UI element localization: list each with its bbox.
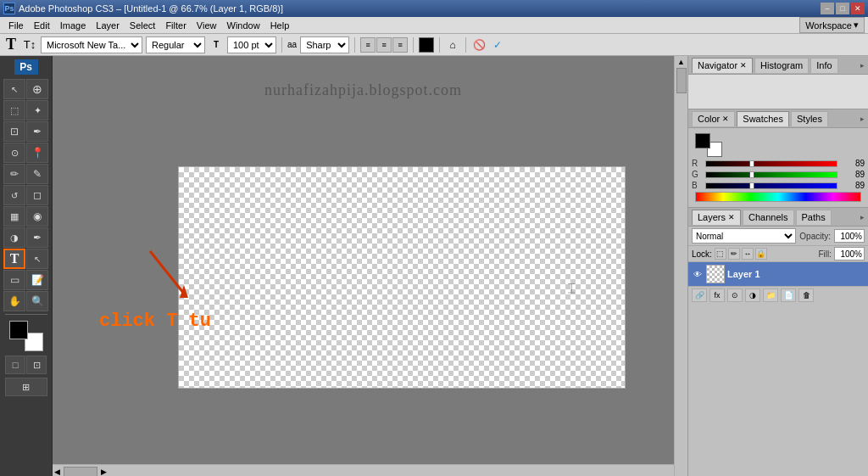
menu-window[interactable]: Window [222, 20, 265, 31]
tab-histogram[interactable]: Histogram [754, 58, 809, 73]
eyedropper-tool[interactable]: ✒ [26, 121, 48, 142]
tool-row-5: ✏ ✎ [3, 164, 48, 184]
tab-navigator[interactable]: Navigator ✕ [692, 58, 753, 73]
font-size-select[interactable]: 100 pt [227, 36, 276, 53]
horizontal-scrollbar[interactable]: ◀ ▶ [53, 464, 674, 476]
menu-help[interactable]: Help [265, 20, 295, 31]
scroll-up-btn[interactable]: ▲ [677, 58, 685, 66]
foreground-color[interactable] [9, 321, 28, 339]
color-spectrum-bar[interactable] [695, 192, 861, 202]
link-layers-btn[interactable]: 🔗 [692, 288, 707, 302]
antialiasing-select[interactable]: Sharp [300, 36, 349, 53]
rectangle-tool[interactable]: ▭ [3, 270, 25, 290]
type-tool[interactable]: T [3, 249, 25, 269]
brush-tool[interactable]: ✏ [3, 164, 25, 184]
swatch-foreground[interactable] [695, 133, 710, 148]
workspace-button[interactable]: Workspace ▾ [799, 17, 865, 33]
pen-tool[interactable]: ✒ [26, 227, 48, 248]
align-right-button[interactable]: ≡ [392, 37, 408, 53]
left-toolbar: Ps ↖ ⊕ ⬚ ✦ ⊡ ✒ ⊙ 📍 ✏ ✎ ↺ ◻ ▦ ◉ ◑ [0, 56, 53, 476]
menu-filter[interactable]: Filter [160, 20, 191, 31]
gradient-tool[interactable]: ▦ [3, 206, 25, 227]
menu-file[interactable]: File [3, 20, 29, 31]
path-select-tool[interactable]: ↖ [26, 249, 48, 269]
menu-edit[interactable]: Edit [29, 20, 55, 31]
adj-layer-btn[interactable]: ◑ [745, 288, 760, 302]
lock-all[interactable]: 🔒 [755, 248, 767, 260]
font-family-select[interactable]: Microsoft New Ta... [41, 36, 142, 53]
zoom-tool[interactable]: 🔍 [26, 291, 48, 311]
blur-tool[interactable]: ◉ [26, 206, 48, 227]
nav-panel-menu[interactable]: ▸ [860, 61, 865, 70]
history-brush[interactable]: ↺ [3, 185, 25, 205]
delete-layer-btn[interactable]: 🗑 [798, 288, 814, 302]
menu-view[interactable]: View [192, 20, 222, 31]
font-style-select[interactable]: Regular [146, 36, 205, 53]
dodge-tool[interactable]: ◑ [3, 227, 25, 248]
marquee-tool[interactable]: ⬚ [3, 100, 25, 120]
layer-mode-select[interactable]: Normal [692, 228, 796, 244]
opacity-input[interactable] [834, 229, 865, 243]
screen-mode[interactable]: ⊞ [5, 378, 47, 396]
v-scroll-handle[interactable] [676, 68, 687, 93]
spot-heal-tool[interactable]: ⊙ [3, 143, 25, 163]
menu-layer[interactable]: Layer [91, 20, 125, 31]
lock-move[interactable]: ↔ [742, 248, 754, 260]
new-layer-btn[interactable]: 📄 [781, 288, 796, 302]
close-layers[interactable]: ✕ [728, 213, 735, 221]
close-navigator[interactable]: ✕ [740, 61, 747, 70]
tab-layers[interactable]: Layers ✕ [692, 210, 741, 225]
h-scroll-handle[interactable] [64, 467, 97, 477]
tool-row-1: ↖ ⊕ [3, 79, 48, 99]
tab-color[interactable]: Color ✕ [692, 111, 735, 126]
layers-panel-menu[interactable]: ▸ [860, 213, 865, 221]
tab-styles[interactable]: Styles [791, 111, 828, 126]
r-slider-track[interactable] [705, 160, 837, 167]
type-color-box[interactable] [419, 37, 434, 53]
maximize-button[interactable]: □ [836, 3, 849, 14]
g-slider-track[interactable] [705, 171, 837, 178]
standard-mode[interactable]: □ [5, 356, 25, 374]
tab-paths[interactable]: Paths [796, 210, 832, 225]
menu-image[interactable]: Image [55, 20, 92, 31]
layer-visibility[interactable]: 👁 [692, 268, 704, 280]
scroll-left-btn[interactable]: ◀ [54, 468, 60, 476]
lock-paint[interactable]: ✏ [728, 248, 740, 260]
stamp-tool[interactable]: 📍 [26, 143, 48, 163]
tab-info[interactable]: Info [810, 58, 837, 73]
g-slider-thumb[interactable] [749, 171, 754, 178]
move-tool[interactable]: ↖ [3, 79, 25, 99]
hand-tool[interactable]: ✋ [3, 291, 25, 311]
fx-btn[interactable]: fx [709, 288, 725, 302]
scroll-right-btn[interactable]: ▶ [101, 468, 107, 476]
add-mask-btn[interactable]: ⊙ [727, 288, 743, 302]
layer-item[interactable]: 👁 Layer 1 [688, 262, 868, 286]
menu-select[interactable]: Select [125, 20, 161, 31]
notes-tool[interactable]: 📝 [26, 270, 48, 290]
align-center-button[interactable]: ≡ [376, 37, 392, 53]
b-slider-track[interactable] [705, 182, 837, 189]
color-panel-menu[interactable]: ▸ [860, 115, 865, 123]
canvas-area[interactable]: nurhafizahpija.blogspot.com click T tu ⌶ [53, 56, 674, 464]
confirm-icon[interactable]: ✓ [490, 37, 505, 53]
align-left-button[interactable]: ≡ [360, 37, 376, 53]
cancel-icon[interactable]: 🚫 [471, 37, 487, 53]
crop-tool[interactable]: ⊡ [3, 121, 25, 142]
canvas-document[interactable] [178, 166, 626, 389]
warp-text-icon[interactable]: ⌂ [445, 37, 460, 53]
minimize-button[interactable]: – [821, 3, 834, 14]
b-slider-thumb[interactable] [749, 182, 754, 189]
lock-transparent[interactable]: ⬚ [715, 248, 726, 260]
eraser-tool[interactable]: ◻ [26, 185, 48, 205]
pencil-tool[interactable]: ✎ [26, 164, 48, 184]
close-button[interactable]: ✕ [851, 3, 865, 14]
quick-mask[interactable]: ⊡ [26, 356, 47, 374]
close-color[interactable]: ✕ [722, 115, 729, 123]
tab-channels[interactable]: Channels [743, 210, 793, 225]
new-group-btn[interactable]: 📁 [763, 288, 778, 302]
r-slider-thumb[interactable] [749, 160, 754, 167]
tab-swatches[interactable]: Swatches [737, 111, 789, 126]
lasso-tool[interactable]: ⊕ [26, 79, 48, 99]
quick-select-tool[interactable]: ✦ [26, 100, 48, 120]
fill-input[interactable] [834, 247, 865, 260]
